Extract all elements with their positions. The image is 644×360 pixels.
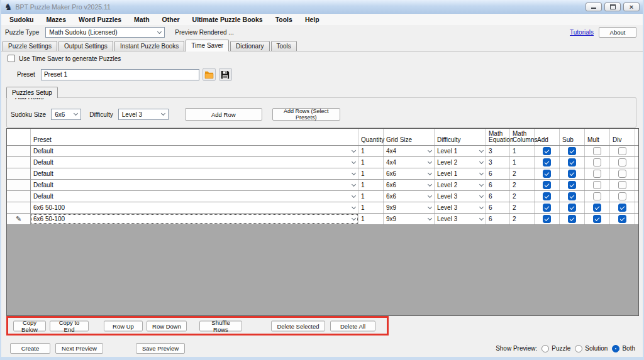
add-checkbox[interactable] [543,181,551,189]
math_equation-cell[interactable]: 3 [486,157,510,168]
quantity-cell[interactable]: 1 [358,202,384,213]
mult-checkbox[interactable] [593,158,601,166]
sub-checkbox-cell[interactable] [560,157,585,168]
column-header-mult[interactable]: Mult [585,129,610,145]
grid_size-cell[interactable]: 4x4 [384,157,435,168]
div-checkbox[interactable] [618,158,626,166]
tab-time-saver[interactable]: Time Saver [186,40,229,52]
quantity-cell[interactable]: 1 [358,214,384,224]
div-checkbox-cell[interactable] [610,214,635,224]
preset-input[interactable] [41,69,199,80]
sub-checkbox[interactable] [568,170,576,178]
menu-item-ultimate-puzzle-books[interactable]: Ultimate Puzzle Books [186,16,269,23]
sub-checkbox-cell[interactable] [560,180,585,190]
tutorials-link[interactable]: Tutorials [570,29,594,36]
div-checkbox[interactable] [618,215,626,223]
sub-checkbox[interactable] [568,204,576,212]
row-selector-cell[interactable] [7,146,31,156]
mult-checkbox-cell[interactable] [585,146,610,156]
add-rows-select-presets-button[interactable]: Add Rows (Select Presets) [272,108,340,121]
column-header-difficulty[interactable]: Difficulty [435,129,486,145]
sub-checkbox[interactable] [568,147,576,155]
row-selector-cell[interactable] [7,168,31,179]
add-checkbox[interactable] [543,158,551,166]
preset-cell[interactable]: Default [31,146,358,156]
mult-checkbox[interactable] [593,170,601,178]
grid_size-cell[interactable]: 9x9 [384,202,435,213]
div-checkbox-cell[interactable] [610,146,635,156]
difficulty-select[interactable]: Level 3 [118,109,169,120]
menu-item-help[interactable]: Help [299,16,326,23]
difficulty-cell[interactable]: Level 2 [435,180,486,190]
row-down-button[interactable]: Row Down [147,320,187,331]
quantity-cell[interactable]: 1 [358,168,384,179]
tab-dictionary[interactable]: Dictionary [230,41,269,51]
div-checkbox-cell[interactable] [610,157,635,168]
mult-checkbox-cell[interactable] [585,202,610,213]
add-checkbox-cell[interactable] [535,180,560,190]
mult-checkbox[interactable] [593,204,601,212]
add-checkbox-cell[interactable] [535,146,560,156]
mult-checkbox-cell[interactable] [585,180,610,190]
math_columns-cell[interactable]: 2 [510,191,535,202]
tab-tools[interactable]: Tools [271,41,297,51]
preset-cell[interactable]: 6x6 50-100 [31,202,358,213]
add-checkbox[interactable] [543,147,551,155]
math_columns-cell[interactable]: 1 [510,157,535,168]
math_columns-cell[interactable]: 2 [510,168,535,179]
div-checkbox-cell[interactable] [610,168,635,179]
add-checkbox[interactable] [543,204,551,212]
mult-checkbox[interactable] [593,147,601,155]
grid_size-cell[interactable]: 9x9 [384,214,435,224]
save-preview-button[interactable]: Save Preview [136,343,185,354]
row-selector-cell[interactable] [7,180,31,190]
grid_size-cell[interactable]: 4x4 [384,146,435,156]
mult-checkbox-cell[interactable] [585,191,610,202]
difficulty-cell[interactable]: Level 1 [435,168,486,179]
menu-item-tools[interactable]: Tools [269,16,299,23]
mult-checkbox-cell[interactable] [585,157,610,168]
div-checkbox-cell[interactable] [610,191,635,202]
row-up-button[interactable]: Row Up [104,320,143,331]
sub-checkbox-cell[interactable] [560,146,585,156]
tab-puzzles-setup[interactable]: Puzzles Setup [6,87,58,98]
maximize-button[interactable] [604,3,621,11]
quantity-cell[interactable]: 1 [358,146,384,156]
column-header-div[interactable]: Div [610,129,635,145]
row-selector-cell[interactable]: ✎ [7,214,31,224]
div-checkbox[interactable] [618,204,626,212]
open-preset-button[interactable] [203,68,216,81]
grid_size-cell[interactable]: 6x6 [384,180,435,190]
div-checkbox[interactable] [618,147,626,155]
add-checkbox-cell[interactable] [535,191,560,202]
delete-all-button[interactable]: Delete All [330,320,375,331]
menu-item-word-puzzles[interactable]: Word Puzzles [72,16,128,23]
div-checkbox[interactable] [618,181,626,189]
difficulty-cell[interactable]: Level 2 [435,157,486,168]
row-selector-cell[interactable] [7,191,31,202]
radio-solution[interactable] [575,345,582,352]
quantity-cell[interactable]: 1 [358,191,384,202]
shuffle-rows-button[interactable]: Shuffle Rows [199,320,242,331]
radio-both[interactable] [612,345,619,352]
quantity-cell[interactable]: 1 [358,180,384,190]
create-button[interactable]: Create [10,343,50,354]
save-preset-button[interactable] [219,68,232,81]
copy-below-button[interactable]: Copy Below [13,320,46,331]
difficulty-cell[interactable]: Level 3 [435,202,486,213]
sub-checkbox-cell[interactable] [560,191,585,202]
row-selector-cell[interactable] [7,202,31,213]
preset-cell[interactable]: Default [31,157,358,168]
sub-checkbox[interactable] [568,181,576,189]
add-checkbox-cell[interactable] [535,214,560,224]
radio-puzzle[interactable] [541,345,549,352]
preset-cell[interactable]: Default [31,168,358,179]
div-checkbox[interactable] [618,192,626,200]
mult-checkbox[interactable] [593,181,601,189]
sub-checkbox[interactable] [568,215,576,223]
use-time-saver-checkbox[interactable] [8,55,15,62]
math_columns-cell[interactable]: 2 [510,202,535,213]
div-checkbox[interactable] [618,170,626,178]
math_equation-cell[interactable]: 6 [486,202,510,213]
column-header-grid-size[interactable]: Grid Size [384,129,435,145]
